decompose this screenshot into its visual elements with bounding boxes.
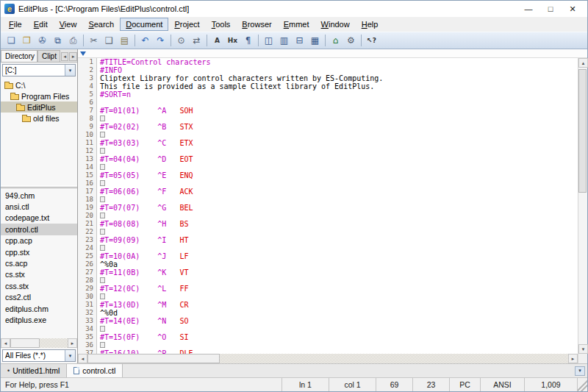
file-item[interactable]: css.stx xyxy=(1,280,77,291)
app-icon[interactable] xyxy=(4,4,15,14)
line-text: #T=10(0A) ^J LF xyxy=(97,252,188,260)
scroll-track[interactable] xyxy=(87,354,568,363)
file-item[interactable]: editplus.exe xyxy=(1,314,77,325)
scroll-down-icon[interactable]: ▼ xyxy=(578,344,588,354)
menu-file[interactable]: File xyxy=(3,18,28,31)
save-icon[interactable]: ✇ xyxy=(35,33,50,48)
tab-scroll-right-icon[interactable]: ► xyxy=(69,52,77,61)
control-char-icon xyxy=(100,229,105,235)
replace-icon[interactable]: ⇄ xyxy=(189,33,204,48)
control-char-icon xyxy=(100,293,105,299)
open-file-icon[interactable]: ❐ xyxy=(19,33,35,48)
file-filter-combo[interactable]: All Files (*.*) ▼ xyxy=(2,349,76,362)
scroll-left-icon[interactable]: ◄ xyxy=(1,338,10,348)
tree-item[interactable]: C:\ xyxy=(1,79,77,90)
line-number: 32 xyxy=(78,309,97,317)
tree-item[interactable]: EditPlus xyxy=(1,101,77,113)
menu-window[interactable]: Window xyxy=(315,18,356,31)
file-item[interactable]: ansi.ctl xyxy=(1,201,77,212)
control-char-icon xyxy=(100,326,105,332)
status-cell-0: ln 1 xyxy=(282,378,329,391)
file-item[interactable]: 949.chm xyxy=(1,190,77,201)
new-file-icon[interactable]: ❏ xyxy=(4,33,19,48)
scroll-right-icon[interactable]: ► xyxy=(68,338,77,348)
line-text: #T=09(09) ^I HT xyxy=(97,236,188,244)
scroll-right-icon[interactable]: ► xyxy=(568,354,578,363)
tree-item[interactable]: old files xyxy=(1,113,77,124)
resize-grip[interactable] xyxy=(577,378,587,391)
scroll-track[interactable] xyxy=(10,338,68,348)
scroll-track[interactable] xyxy=(578,68,587,344)
editor-line: 17#T=06(06) ^F ACK xyxy=(78,188,578,196)
folder-icon xyxy=(22,116,31,122)
tab-list-icon[interactable]: ▾ xyxy=(575,366,585,376)
file-item[interactable]: editplus.chm xyxy=(1,303,77,314)
file-item[interactable]: cs.stx xyxy=(1,269,77,280)
doc-tab-control-ctl[interactable]: control.ctl xyxy=(67,364,123,377)
font-icon[interactable]: A xyxy=(209,33,225,48)
cut-icon[interactable]: ✂ xyxy=(86,33,101,48)
tree-item[interactable]: Program Files xyxy=(1,90,77,101)
browser-icon[interactable]: ⌂ xyxy=(328,33,343,48)
context-help-icon[interactable]: ↖? xyxy=(364,33,379,48)
maximize-icon[interactable]: □ xyxy=(539,1,562,16)
scroll-up-icon[interactable]: ▲ xyxy=(578,58,588,68)
paste-icon[interactable]: ▤ xyxy=(117,33,132,48)
editor-line: 3Cliptext Library for control characters… xyxy=(78,74,578,82)
menu-tools[interactable]: Tools xyxy=(206,18,237,31)
file-item[interactable]: css2.ctl xyxy=(1,292,77,303)
scroll-thumb[interactable] xyxy=(87,354,220,363)
find-icon[interactable]: ⊙ xyxy=(173,33,189,48)
menu-search[interactable]: Search xyxy=(82,18,120,31)
chevron-down-icon[interactable]: ▼ xyxy=(65,350,75,361)
sidebar-tab-clipt[interactable]: Clipt xyxy=(37,50,60,62)
menu-view[interactable]: View xyxy=(54,18,83,31)
undo-icon[interactable]: ↶ xyxy=(137,33,153,48)
menu-emmet[interactable]: Emmet xyxy=(278,18,315,31)
hex-viewer-icon[interactable]: Hx xyxy=(225,33,240,48)
tab-scroll-left-icon[interactable]: ◄ xyxy=(61,52,69,61)
line-number: 26 xyxy=(78,260,97,268)
minimize-icon[interactable]: — xyxy=(517,1,539,16)
doc-tab-untitled1-html[interactable]: •Untitled1.html xyxy=(1,364,67,377)
scrollbar-corner xyxy=(578,354,587,363)
copy-icon[interactable]: ❑ xyxy=(101,33,117,48)
tree-item-label: EditPlus xyxy=(27,103,56,112)
scroll-thumb[interactable] xyxy=(578,69,587,193)
directory-window-icon[interactable]: ◫ xyxy=(261,33,276,48)
menu-project[interactable]: Project xyxy=(168,18,205,31)
line-text xyxy=(97,341,105,349)
sidebar-tab-directory[interactable]: Directory xyxy=(1,50,37,62)
file-item[interactable]: cpp.acp xyxy=(1,235,77,246)
status-help-text: For Help, press F1 xyxy=(1,378,282,391)
chevron-down-icon[interactable]: ▼ xyxy=(65,65,75,76)
line-text: #T=04(04) ^D EOT xyxy=(97,155,193,163)
menu-help[interactable]: Help xyxy=(356,18,384,31)
menu-edit[interactable]: Edit xyxy=(28,18,54,31)
editor-line: 28 xyxy=(78,277,578,285)
menu-browser[interactable]: Browser xyxy=(236,18,277,31)
ruler-marker-icon[interactable] xyxy=(80,51,86,56)
drive-combo[interactable]: [C:] ▼ xyxy=(2,64,76,76)
save-all-icon[interactable]: ⧉ xyxy=(50,33,65,48)
file-item[interactable]: control.ctl xyxy=(1,224,77,235)
print-icon[interactable]: ⎙ xyxy=(65,33,81,48)
file-item[interactable]: codepage.txt xyxy=(1,213,77,224)
close-icon[interactable]: ✕ xyxy=(562,1,584,16)
settings-icon[interactable]: ⚙ xyxy=(343,33,359,48)
output-window-icon[interactable]: ⊟ xyxy=(292,33,307,48)
editplus-window: EditPlus - [C:\Program Files\EditPlus\co… xyxy=(0,0,588,392)
scroll-thumb[interactable] xyxy=(10,338,40,348)
cliptext-window-icon[interactable]: ▥ xyxy=(276,33,292,48)
menu-document[interactable]: Document xyxy=(120,18,168,31)
file-item[interactable]: cpp.stx xyxy=(1,246,77,257)
main-area: DirectoryClipt◄► [C:] ▼ C:\Program Files… xyxy=(1,49,587,363)
scroll-left-icon[interactable]: ◄ xyxy=(78,354,87,363)
line-number: 10 xyxy=(78,131,97,139)
redo-icon[interactable]: ↷ xyxy=(153,33,168,48)
text-content[interactable]: 1#TITLE=Control characters2#INFO3Cliptex… xyxy=(78,58,578,354)
word-wrap-icon[interactable]: ¶ xyxy=(240,33,256,48)
editor-line: 29#T=12(0C) ^L FF xyxy=(78,285,578,293)
file-item[interactable]: cs.acp xyxy=(1,257,77,268)
document-list-icon[interactable]: ▦ xyxy=(307,33,323,48)
